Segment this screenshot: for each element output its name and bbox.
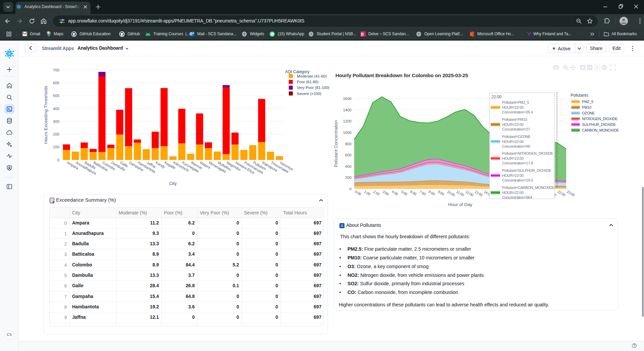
svg-text:200: 200 (345, 176, 352, 180)
svg-text:200: 200 (53, 132, 59, 136)
svg-text:D: D (361, 33, 363, 36)
svg-text:i: i (341, 224, 342, 228)
svg-text:400: 400 (53, 107, 59, 111)
svg-text:1400: 1400 (343, 108, 352, 112)
svg-text:Hourly Pollutant Breakdown for: Hourly Pollutant Breakdown for Colombo o… (335, 72, 468, 78)
svg-text:22:00: 22:00 (557, 189, 567, 197)
svg-text:11:00: 11:00 (455, 189, 465, 197)
svg-text:Pollutant Concentration: Pollutant Concentration (333, 120, 338, 167)
svg-text:AQI Category: AQI Category (285, 69, 310, 74)
svg-text:600: 600 (53, 81, 59, 85)
svg-text:NITROGEN_DIOXIDE: NITROGEN_DIOXIDE (582, 117, 618, 121)
svg-text:0: 0 (350, 187, 352, 191)
svg-text:12:00: 12:00 (465, 189, 474, 197)
svg-text:2:00: 2:00 (373, 189, 380, 196)
svg-text:7:00: 7:00 (419, 189, 426, 196)
svg-text:3:00: 3:00 (382, 189, 389, 196)
svg-text:0: 0 (57, 158, 59, 162)
svg-text:PM10: PM10 (582, 105, 591, 109)
svg-text:600: 600 (345, 153, 352, 157)
svg-text:Hours Exceeding Thresholds: Hours Exceeding Thresholds (44, 86, 48, 144)
svg-text:City: City (169, 181, 177, 186)
svg-text:13:00: 13:00 (474, 189, 483, 197)
svg-text:PM2_5: PM2_5 (582, 100, 593, 104)
svg-text:CARBON_MONOXIDE: CARBON_MONOXIDE (582, 128, 619, 132)
svg-text:800: 800 (345, 142, 352, 146)
svg-text:300: 300 (53, 119, 59, 123)
svg-text:1200: 1200 (343, 119, 352, 123)
svg-text:100: 100 (53, 145, 59, 149)
svg-text:500: 500 (53, 94, 59, 98)
svg-text:1600: 1600 (343, 97, 352, 101)
svg-text:4:00: 4:00 (391, 189, 399, 196)
svg-text:0:00: 0:00 (354, 189, 362, 196)
svg-text:8:00: 8:00 (428, 189, 436, 196)
svg-text:400: 400 (345, 164, 352, 168)
svg-text:1:00: 1:00 (364, 189, 371, 196)
svg-text:G: G (529, 32, 531, 34)
svg-text:10:00: 10:00 (446, 189, 456, 197)
svg-text:Severe (>100): Severe (>100) (297, 92, 321, 96)
svg-text:Pollutants: Pollutants (571, 93, 588, 98)
svg-text:OZONE: OZONE (582, 111, 595, 115)
svg-text:23:00: 23:00 (566, 189, 576, 197)
svg-text:SULPHUR_DIOXIDE: SULPHUR_DIOXIDE (582, 122, 616, 127)
svg-text:700: 700 (53, 68, 59, 72)
svg-text:Hour of Day: Hour of Day (448, 202, 472, 207)
svg-text:Very Poor (81-100): Very Poor (81-100) (297, 86, 329, 90)
svg-text:1000: 1000 (343, 131, 352, 135)
svg-text:Kandy: Kandy (155, 160, 166, 169)
svg-text:5:00: 5:00 (400, 189, 408, 196)
svg-text:Moderate (41-60): Moderate (41-60) (297, 74, 327, 78)
svg-text:Poor (61-80): Poor (61-80) (297, 80, 319, 84)
svg-text:9:00: 9:00 (437, 189, 445, 196)
svg-text:6:00: 6:00 (410, 189, 417, 196)
